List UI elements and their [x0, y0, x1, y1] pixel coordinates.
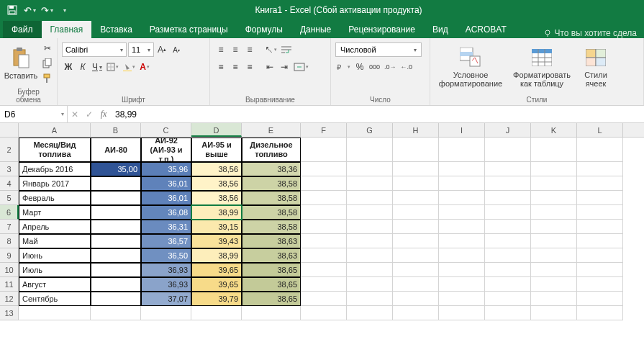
cell[interactable]: Март: [19, 205, 91, 220]
cell[interactable]: [439, 263, 485, 277]
cell[interactable]: Апрель: [19, 220, 91, 234]
row-header[interactable]: 6: [0, 205, 19, 220]
align-right-button[interactable]: ≡: [243, 60, 256, 74]
cell[interactable]: [439, 292, 485, 306]
cell[interactable]: [577, 205, 623, 220]
col-header[interactable]: B: [91, 123, 141, 137]
cell[interactable]: [577, 191, 623, 205]
merge-button[interactable]: [292, 60, 310, 74]
cell[interactable]: [91, 234, 141, 248]
borders-button[interactable]: [105, 60, 120, 74]
cell[interactable]: [301, 162, 347, 176]
cut-button[interactable]: ✂: [40, 42, 55, 55]
row-header[interactable]: 13: [0, 306, 19, 320]
cell[interactable]: [577, 138, 623, 162]
cell[interactable]: 38,65: [242, 277, 301, 292]
cell[interactable]: [485, 234, 531, 248]
wrap-text-button[interactable]: [280, 42, 294, 57]
cell[interactable]: [439, 205, 485, 220]
cell[interactable]: 38,56: [191, 191, 242, 205]
cell[interactable]: 38,99: [191, 205, 242, 220]
cell[interactable]: [347, 234, 393, 248]
cell[interactable]: [439, 138, 485, 162]
cell[interactable]: [301, 277, 347, 292]
cell[interactable]: 38,56: [191, 162, 242, 176]
cell[interactable]: [531, 162, 577, 176]
row-header[interactable]: 11: [0, 277, 19, 292]
cell[interactable]: [393, 277, 439, 292]
cell[interactable]: [301, 292, 347, 306]
col-header[interactable]: G: [347, 123, 393, 137]
cell[interactable]: [531, 205, 577, 220]
cell[interactable]: [301, 176, 347, 191]
cell[interactable]: [393, 220, 439, 234]
cell[interactable]: [393, 138, 439, 162]
cell[interactable]: [301, 191, 347, 205]
copy-button[interactable]: [40, 57, 55, 70]
cell[interactable]: АИ-95 и выше: [191, 138, 242, 162]
cell[interactable]: Январь 2017: [19, 176, 91, 191]
cell[interactable]: 38,63: [242, 248, 301, 263]
cell[interactable]: [531, 176, 577, 191]
cell[interactable]: [485, 176, 531, 191]
tab-data[interactable]: Данные: [291, 21, 340, 38]
align-bottom-button[interactable]: ≡: [243, 42, 256, 57]
cell[interactable]: [91, 176, 141, 191]
cell[interactable]: [347, 176, 393, 191]
cell[interactable]: [91, 220, 141, 234]
format-as-table-button[interactable]: Форматировать как таблицу: [509, 45, 574, 89]
increase-indent-button[interactable]: ⇥: [278, 60, 291, 74]
cell[interactable]: [531, 292, 577, 306]
cell[interactable]: [91, 191, 141, 205]
comma-style-button[interactable]: 000: [368, 60, 381, 74]
font-color-button[interactable]: A: [138, 60, 151, 74]
cell[interactable]: [439, 277, 485, 292]
col-header[interactable]: E: [242, 123, 301, 137]
cell[interactable]: [141, 306, 191, 320]
cancel-button[interactable]: ✕: [68, 109, 82, 120]
cell[interactable]: [531, 248, 577, 263]
cell-styles-button[interactable]: Стили ячеек: [577, 45, 614, 89]
orientation-button[interactable]: ⭦: [263, 42, 278, 57]
select-all-button[interactable]: [0, 123, 19, 137]
cell[interactable]: [347, 138, 393, 162]
cell[interactable]: [91, 205, 141, 220]
cell[interactable]: 36,50: [141, 248, 191, 263]
cell[interactable]: АИ-92 (АИ-93 и т.п.): [141, 138, 191, 162]
row-header[interactable]: 2: [0, 138, 19, 162]
cell[interactable]: [577, 263, 623, 277]
cell[interactable]: Декабрь 2016: [19, 162, 91, 176]
fx-icon[interactable]: fx: [96, 109, 111, 120]
cell[interactable]: 38,36: [242, 162, 301, 176]
cell[interactable]: 37,07: [141, 292, 191, 306]
number-format-combo[interactable]: Числовой▾: [335, 42, 422, 57]
percent-button[interactable]: %: [353, 60, 366, 74]
conditional-formatting-button[interactable]: Условное форматирование: [435, 45, 507, 89]
cell[interactable]: [439, 248, 485, 263]
cell[interactable]: АИ-80: [91, 138, 141, 162]
cell[interactable]: 35,00: [91, 162, 141, 176]
cell[interactable]: 36,93: [141, 263, 191, 277]
cell[interactable]: [531, 220, 577, 234]
accounting-format-button[interactable]: ₽: [335, 60, 352, 74]
cell[interactable]: [485, 220, 531, 234]
cell[interactable]: [393, 191, 439, 205]
cell[interactable]: [19, 306, 91, 320]
cell[interactable]: 38,63: [242, 234, 301, 248]
cell[interactable]: [577, 234, 623, 248]
fill-color-button[interactable]: [122, 60, 137, 74]
name-box[interactable]: D6 ▾: [0, 106, 68, 122]
cell[interactable]: 36,01: [141, 176, 191, 191]
decrease-decimal-button[interactable]: ←.0: [399, 60, 414, 74]
cell[interactable]: [301, 306, 347, 320]
cell[interactable]: 36,93: [141, 277, 191, 292]
cell[interactable]: [393, 162, 439, 176]
undo-button[interactable]: ↶▾: [22, 2, 37, 18]
font-name-combo[interactable]: Calibri▾: [62, 42, 127, 57]
tab-insert[interactable]: Вставка: [91, 21, 141, 38]
cell[interactable]: [301, 138, 347, 162]
cell[interactable]: [242, 306, 301, 320]
cell[interactable]: [393, 176, 439, 191]
cell[interactable]: Февраль: [19, 191, 91, 205]
cell[interactable]: [347, 205, 393, 220]
